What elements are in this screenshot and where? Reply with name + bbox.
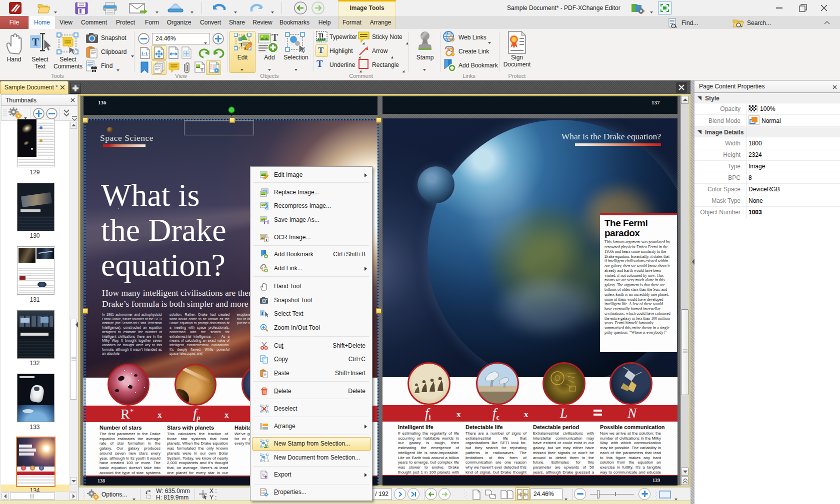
svg-text:T: T [272,32,278,43]
svg-text:T: T [266,238,268,242]
svg-text:T: T [32,35,40,48]
svg-text:T: T [260,311,264,316]
svg-text:1:1: 1:1 [141,51,148,56]
svg-text:T: T [200,67,204,72]
svg-text:T: T [318,32,322,39]
